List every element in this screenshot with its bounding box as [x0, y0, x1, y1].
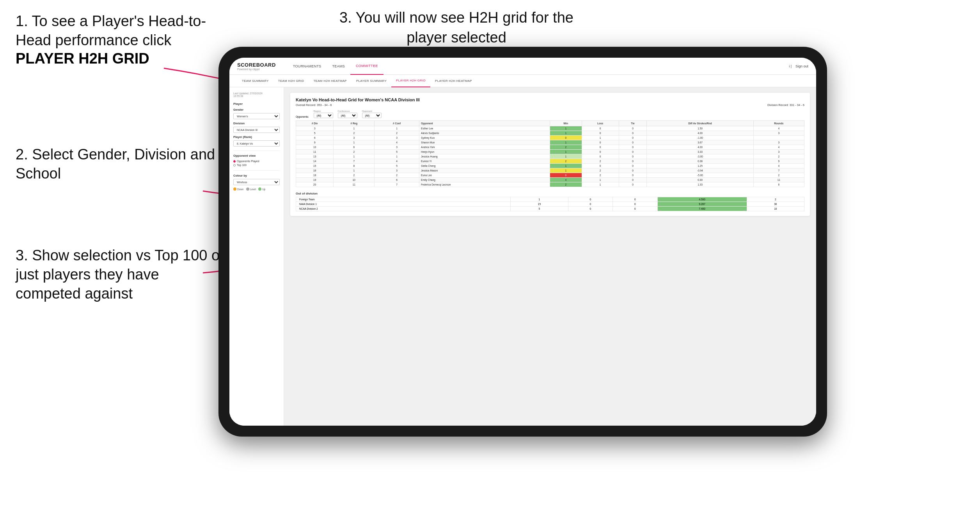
- cell-tie: 0: [619, 136, 647, 140]
- cell-rounds: 9: [753, 159, 804, 164]
- cell-win: 4: [550, 178, 582, 182]
- player-rank-select[interactable]: 8. Katelyn Vo: [233, 140, 280, 147]
- region-select[interactable]: (All): [314, 113, 333, 118]
- cell-loss: 0: [582, 164, 619, 168]
- out-diff: 4.500: [657, 197, 747, 202]
- out-tie: 0: [613, 197, 657, 202]
- col-reg: # Reg: [334, 121, 375, 126]
- option-top100[interactable]: Top 100: [233, 164, 280, 166]
- cell-div: 6: [296, 136, 334, 140]
- cell-rounds: 11: [753, 178, 804, 182]
- tablet: SCOREBOARD Powered by clippd TOURNAMENTS…: [218, 47, 827, 437]
- cell-diff: 0.38: [647, 159, 753, 164]
- cell-opponent: Jessica Mason: [419, 168, 550, 173]
- cell-rounds: 4: [753, 164, 804, 168]
- col-diff: Diff Av Strokes/Rnd: [647, 121, 753, 126]
- colour-by-select[interactable]: Win/loss: [233, 179, 280, 185]
- main-content: Last Updated: 27/03/2024 16:55:38 Player…: [229, 87, 816, 426]
- cell-conf: 1: [375, 154, 419, 159]
- cell-diff: 4.00: [647, 145, 753, 150]
- out-rounds: 30: [747, 202, 804, 207]
- cell-conf: 6: [375, 178, 419, 182]
- col-loss: Loss: [582, 121, 619, 126]
- table-row: 10 6 3 Andrea York 2 0 0 4.00 4: [296, 145, 804, 150]
- cell-tie: 0: [619, 159, 647, 164]
- cell-loss: 2: [582, 159, 619, 164]
- conference-filter: Conference (All): [338, 110, 357, 118]
- cell-tie: 0: [619, 173, 647, 178]
- sub-nav-player-summary[interactable]: PLAYER SUMMARY: [352, 75, 391, 87]
- cell-div: 15: [296, 164, 334, 168]
- cell-loss: 2: [582, 168, 619, 173]
- division-select[interactable]: NCAA Division III NCAA Division I NCAA D…: [233, 127, 280, 133]
- step3-bottom-text: 3. Show selection vs Top 100 or just pla…: [16, 247, 225, 302]
- sub-nav-player-h2h-grid[interactable]: PLAYER H2H GRID: [391, 75, 430, 87]
- cell-reg: 8: [334, 164, 375, 168]
- cell-rounds: 4: [753, 126, 804, 131]
- cell-opponent: Esther Lee: [419, 126, 550, 131]
- last-updated: Last Updated: 27/03/2024 16:55:38: [233, 92, 280, 97]
- cell-rounds: 3: [753, 131, 804, 136]
- nav-item-teams[interactable]: TEAMS: [327, 58, 351, 75]
- cell-diff: 0.30: [647, 178, 753, 182]
- player-rank-label: Player (Rank): [233, 135, 280, 139]
- table-row: 5 2 2 Alexis Sudjianto 1 0 0 4.00 3: [296, 131, 804, 136]
- table-row: 6 3 3 Sydney Kuo 0 1 0 -1.00: [296, 136, 804, 140]
- tablet-screen: SCOREBOARD Powered by clippd TOURNAMENTS…: [229, 58, 816, 426]
- cell-tie: 0: [619, 168, 647, 173]
- cell-loss: 1: [582, 178, 619, 182]
- cell-div: 13: [296, 154, 334, 159]
- step3-top-text: 3. You will now see H2H grid for the pla…: [339, 9, 573, 46]
- sub-nav-player-h2h-heatmap[interactable]: PLAYER H2H HEATMAP: [430, 75, 477, 87]
- player-section: Player Gender Women's Men's Division NCA…: [233, 102, 280, 147]
- brand: SCOREBOARD Powered by clippd: [237, 62, 276, 71]
- data-table: # Div # Reg # Conf Opponent Win Loss Tie…: [296, 120, 804, 187]
- option-opponents-label: Opponents Played: [237, 160, 259, 163]
- radio-dot-top100: [233, 164, 236, 166]
- cell-rounds: [753, 136, 804, 140]
- grid-title: Katelyn Vo Head-to-Head Grid for Women's…: [296, 97, 804, 102]
- out-win: 1: [511, 197, 568, 202]
- cell-tie: 0: [619, 154, 647, 159]
- cell-conf: 7: [375, 182, 419, 187]
- level-dot: [246, 187, 249, 191]
- out-opponent: NAIA Division 1: [296, 202, 511, 207]
- opponent-select[interactable]: (All): [362, 113, 382, 118]
- out-win: 5: [511, 207, 568, 211]
- divider1: [233, 150, 280, 151]
- cell-diff: -5.00: [647, 173, 753, 178]
- cell-diff: 3.67: [647, 140, 753, 145]
- out-div-title: Out of division: [296, 192, 804, 195]
- sub-nav-team-h2h-grid[interactable]: TEAM H2H GRID: [273, 75, 309, 87]
- cell-loss: 0: [582, 145, 619, 150]
- conference-select[interactable]: (All): [338, 113, 357, 118]
- cell-loss: 2: [582, 173, 619, 178]
- cell-win: 0: [550, 136, 582, 140]
- cell-conf: 5: [375, 164, 419, 168]
- cell-win: 2: [550, 145, 582, 150]
- table-row: 19 10 6 Emily Chang 4 1 0 0.30 11: [296, 178, 804, 182]
- sub-nav-team-summary[interactable]: TEAM SUMMARY: [237, 75, 273, 87]
- brand-sub: Powered by clippd: [237, 68, 276, 71]
- sign-out-link[interactable]: Sign out: [795, 64, 808, 68]
- cell-opponent: Eunice Yi: [419, 159, 550, 164]
- opponents-filter: Opponents:: [296, 115, 309, 118]
- filter-row: Opponents: Region (All) Conference (All): [296, 110, 804, 118]
- cell-div: 18: [296, 173, 334, 178]
- step1-bold: PLAYER H2H GRID: [16, 50, 149, 67]
- nav-item-committee[interactable]: COMMITTEE: [350, 58, 383, 75]
- cell-conf: 4: [375, 140, 419, 145]
- legend-up: Up: [258, 187, 265, 191]
- cell-reg: 2: [334, 131, 375, 136]
- cell-opponent: Alexis Sudjianto: [419, 131, 550, 136]
- cell-win: 1: [550, 168, 582, 173]
- cell-reg: 2: [334, 173, 375, 178]
- cell-tie: 0: [619, 150, 647, 154]
- sub-nav-team-h2h-heatmap[interactable]: TEAM H2H HEATMAP: [309, 75, 352, 87]
- overall-record: Overall Record: 353 - 34 - 6: [296, 103, 332, 107]
- gender-select[interactable]: Women's Men's: [233, 113, 280, 119]
- option-opponents-played[interactable]: Opponents Played: [233, 160, 280, 163]
- cell-conf: 1: [375, 126, 419, 131]
- nav-item-tournaments[interactable]: TOURNAMENTS: [288, 58, 327, 75]
- cell-win: 2: [550, 182, 582, 187]
